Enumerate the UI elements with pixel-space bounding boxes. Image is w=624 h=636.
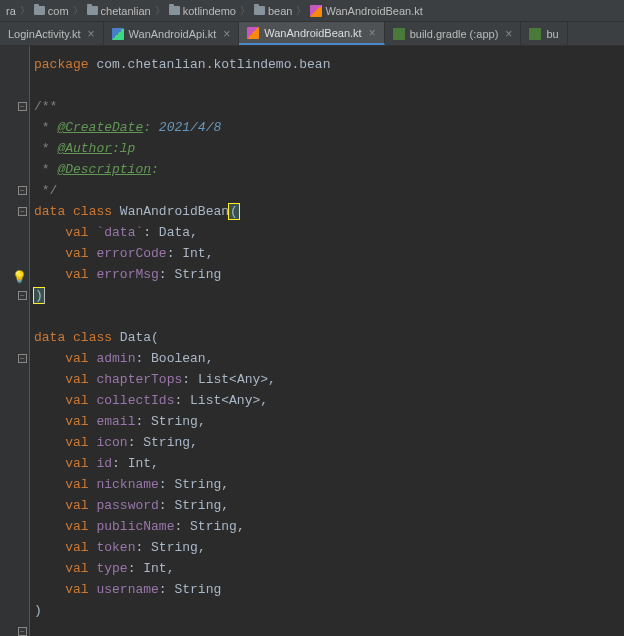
gutter: − − − 💡 − − − xyxy=(0,46,30,636)
gradle-file-icon xyxy=(529,28,541,40)
tab-wanandroidbean[interactable]: WanAndroidBean.kt× xyxy=(239,22,384,45)
folder-icon xyxy=(34,6,45,15)
gradle-file-icon xyxy=(393,28,405,40)
folder-icon xyxy=(169,6,180,15)
chevron-right-icon: 〉 xyxy=(296,4,306,18)
fold-toggle[interactable]: − xyxy=(18,207,27,216)
fold-toggle[interactable]: − xyxy=(18,627,27,636)
chevron-right-icon: 〉 xyxy=(155,4,165,18)
fold-toggle[interactable]: − xyxy=(18,291,27,300)
kotlin-file-icon xyxy=(112,28,124,40)
chevron-right-icon: 〉 xyxy=(73,4,83,18)
folder-icon xyxy=(87,6,98,15)
fold-toggle[interactable]: − xyxy=(18,186,27,195)
text-caret xyxy=(44,288,45,304)
editor-tabs: LoginActivity.kt× WanAndroidApi.kt× WanA… xyxy=(0,22,624,46)
tab-loginactivity[interactable]: LoginActivity.kt× xyxy=(0,22,104,45)
code-editor[interactable]: − − − 💡 − − − package com.chetanlian.kot… xyxy=(0,46,624,636)
breadcrumb-item[interactable]: ra xyxy=(6,5,16,17)
folder-icon xyxy=(254,6,265,15)
kotlin-file-icon xyxy=(310,5,322,17)
tab-buildgradle[interactable]: build.gradle (:app)× xyxy=(385,22,522,45)
tab-overflow[interactable]: bu xyxy=(521,22,567,45)
chevron-right-icon: 〉 xyxy=(20,4,30,18)
fold-toggle[interactable]: − xyxy=(18,102,27,111)
breadcrumb-item[interactable]: com xyxy=(34,5,69,17)
code-area[interactable]: package com.chetanlian.kotlindemo.bean /… xyxy=(30,46,330,636)
breadcrumb-item[interactable]: WanAndroidBean.kt xyxy=(310,5,422,17)
chevron-right-icon: 〉 xyxy=(240,4,250,18)
lightbulb-icon[interactable]: 💡 xyxy=(12,270,24,282)
tab-wanandroidapi[interactable]: WanAndroidApi.kt× xyxy=(104,22,240,45)
close-icon[interactable]: × xyxy=(505,27,512,41)
kotlin-file-icon xyxy=(247,27,259,39)
breadcrumb-item[interactable]: kotlindemo xyxy=(169,5,236,17)
close-icon[interactable]: × xyxy=(223,27,230,41)
fold-toggle[interactable]: − xyxy=(18,354,27,363)
close-icon[interactable]: × xyxy=(369,26,376,40)
breadcrumb-item[interactable]: bean xyxy=(254,5,292,17)
close-icon[interactable]: × xyxy=(88,27,95,41)
breadcrumb: ra 〉 com 〉 chetanlian 〉 kotlindemo 〉 bea… xyxy=(0,0,624,22)
breadcrumb-item[interactable]: chetanlian xyxy=(87,5,151,17)
